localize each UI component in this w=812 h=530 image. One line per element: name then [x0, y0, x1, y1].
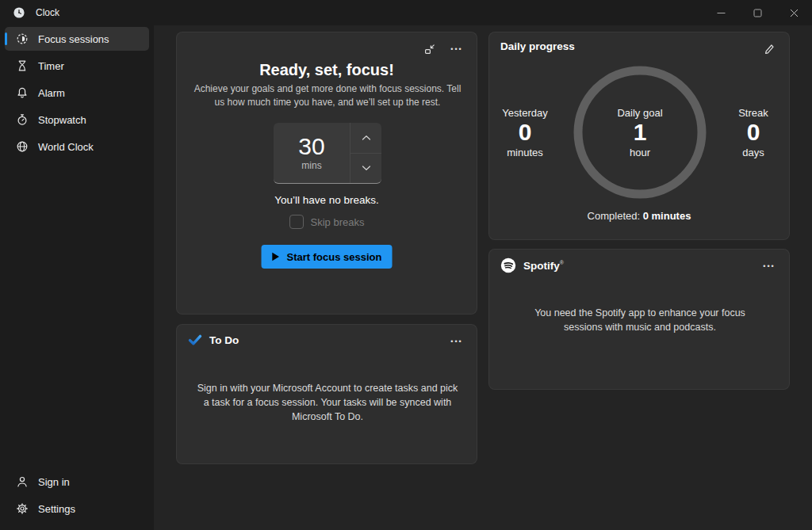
- start-focus-session-button[interactable]: Start focus session: [262, 245, 393, 269]
- spotify-icon: [500, 257, 516, 273]
- spotify-reg-mark: ®: [560, 260, 564, 265]
- focus-session-card: ••• Ready, set, focus! Achieve your goal…: [176, 32, 477, 315]
- streak-stat: Streak 0 days: [710, 107, 797, 158]
- sidebar-item-focus-sessions[interactable]: Focus sessions: [5, 27, 149, 51]
- sidebar-item-stopwatch[interactable]: Stopwatch: [5, 108, 149, 132]
- timer-icon: [16, 59, 29, 72]
- completed-value: 0 minutes: [643, 210, 691, 222]
- sidebar: Focus sessions Timer Alarm Stopwatch Wor: [0, 25, 154, 530]
- duration-unit: mins: [301, 160, 321, 171]
- yesterday-label: Yesterday: [481, 107, 569, 119]
- popout-icon: [423, 43, 436, 55]
- daily-goal-unit: hour: [596, 147, 684, 158]
- minimize-icon: [717, 9, 726, 17]
- skip-breaks-checkbox[interactable]: [289, 215, 304, 229]
- world-clock-icon: [16, 140, 29, 153]
- more-icon: •••: [450, 46, 462, 53]
- sidebar-item-label: Alarm: [38, 87, 65, 99]
- gear-icon: [16, 502, 29, 515]
- sidebar-item-settings[interactable]: Settings: [5, 497, 149, 520]
- duration-increase-button[interactable]: [350, 123, 381, 154]
- daily-progress-card: Daily progress Yesterday 0 minutes Daily…: [488, 32, 790, 240]
- chevron-down-icon: [362, 165, 371, 171]
- daily-goal-value: 1: [596, 119, 684, 147]
- start-button-label: Start focus session: [287, 251, 382, 263]
- focus-sessions-icon: [16, 32, 29, 45]
- breaks-note: You’ll have no breaks.: [177, 194, 477, 206]
- minimize-button[interactable]: [703, 0, 739, 25]
- focus-card-subtitle: Achieve your goals and get more done wit…: [188, 82, 467, 109]
- daily-goal-label: Daily goal: [596, 107, 684, 119]
- maximize-button[interactable]: [739, 0, 776, 25]
- sidebar-item-sign-in[interactable]: Sign in: [5, 470, 149, 494]
- titlebar: Clock: [0, 0, 812, 25]
- person-icon: [16, 475, 29, 488]
- completed-label: Completed:: [588, 210, 643, 222]
- chevron-up-icon: [362, 135, 371, 141]
- sidebar-item-timer[interactable]: Timer: [5, 54, 149, 78]
- duration-value: 30: [298, 135, 324, 158]
- more-icon: •••: [450, 338, 462, 345]
- sidebar-item-label: Sign in: [38, 476, 70, 488]
- todo-message: Sign in with your Microsoft Account to c…: [197, 382, 458, 424]
- close-icon: [790, 9, 799, 17]
- streak-value: 0: [710, 119, 797, 147]
- spotify-title: Spotify®: [523, 260, 564, 272]
- sidebar-item-alarm[interactable]: Alarm: [5, 81, 149, 105]
- spotify-message: You need the Spotify app to enhance your…: [521, 307, 759, 335]
- selection-indicator: [5, 32, 7, 45]
- completed-summary: Completed: 0 minutes: [489, 210, 789, 222]
- duration-display[interactable]: 30 mins: [274, 123, 350, 183]
- popout-button[interactable]: [418, 39, 442, 59]
- sidebar-item-label: Settings: [38, 503, 75, 515]
- sidebar-item-label: Stopwatch: [38, 114, 86, 126]
- app-identity: Clock: [0, 6, 59, 19]
- yesterday-stat: Yesterday 0 minutes: [481, 107, 569, 158]
- skip-breaks-label: Skip breaks: [311, 216, 365, 228]
- stopwatch-icon: [16, 113, 29, 126]
- pencil-icon: [763, 43, 776, 55]
- daily-progress-title: Daily progress: [500, 40, 575, 52]
- edit-goal-button[interactable]: [757, 39, 781, 59]
- todo-title: To Do: [209, 334, 239, 346]
- duration-stepper: 30 mins: [274, 123, 381, 184]
- sidebar-item-label: Timer: [38, 60, 64, 72]
- focus-card-title: Ready, set, focus!: [177, 61, 477, 79]
- todo-card: To Do ••• Sign in with your Microsoft Ac…: [176, 324, 477, 464]
- more-icon: •••: [763, 263, 775, 270]
- yesterday-value: 0: [481, 119, 569, 147]
- sidebar-item-label: Focus sessions: [38, 33, 109, 45]
- stepper-buttons: [350, 123, 381, 183]
- daily-goal-stat: Daily goal 1 hour: [596, 107, 684, 158]
- sidebar-item-label: World Clock: [38, 141, 94, 153]
- duration-decrease-button[interactable]: [350, 154, 381, 184]
- sidebar-item-world-clock[interactable]: World Clock: [5, 135, 149, 158]
- maximize-icon: [753, 9, 762, 17]
- alarm-icon: [16, 86, 29, 99]
- streak-label: Streak: [710, 107, 797, 119]
- close-button[interactable]: [776, 0, 812, 25]
- window-title: Clock: [36, 7, 59, 18]
- play-icon: [272, 252, 280, 261]
- skip-breaks-row: Skip breaks: [177, 215, 477, 229]
- window-controls: [703, 0, 812, 25]
- yesterday-unit: minutes: [481, 147, 569, 158]
- todo-icon: [188, 333, 202, 347]
- clock-app-icon: [13, 6, 25, 19]
- todo-more-button[interactable]: •••: [445, 331, 469, 352]
- spotify-card: Spotify® ••• You need the Spotify app to…: [488, 249, 790, 390]
- focus-more-button[interactable]: •••: [445, 39, 469, 59]
- sidebar-spacer: [5, 162, 149, 470]
- streak-unit: days: [710, 147, 797, 158]
- spotify-more-button[interactable]: •••: [757, 256, 781, 276]
